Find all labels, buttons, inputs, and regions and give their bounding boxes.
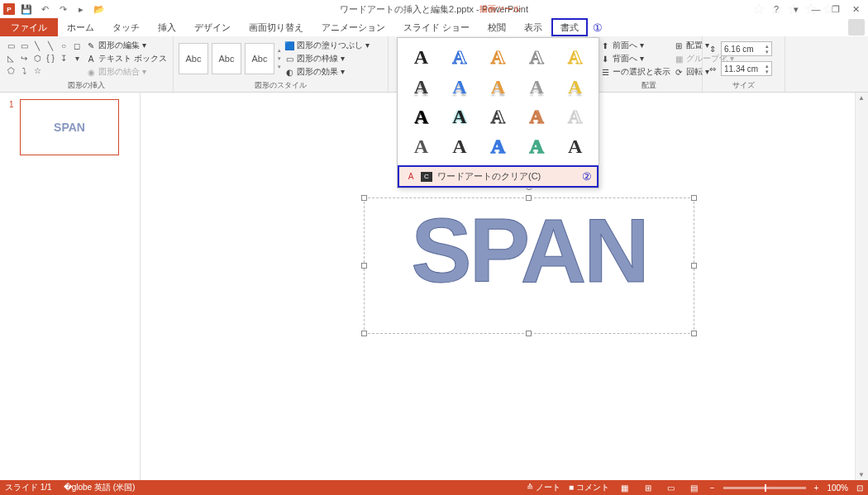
wordart-text[interactable]: SPAN bbox=[365, 198, 694, 296]
shape-effects-button[interactable]: ◐図形の効果 ▾ bbox=[284, 66, 370, 78]
account-avatar[interactable] bbox=[848, 19, 865, 36]
status-bar: スライド 1/1 �globe 英語 (米国) ≙ ノート ■ コメント ▦ ⊞… bbox=[0, 480, 868, 495]
ribbon-tabs: ファイル ホーム タッチ 挿入 デザイン 画面切り替え アニメーション スライド… bbox=[0, 18, 868, 36]
height-input[interactable]: 6.16 cm▴▾ bbox=[721, 41, 772, 56]
shape-outline-button[interactable]: ▭図形の枠線 ▾ bbox=[284, 53, 370, 64]
tab-format[interactable]: 書式 bbox=[551, 18, 588, 36]
zoom-out-button[interactable]: − bbox=[710, 483, 715, 493]
tab-animations[interactable]: アニメーション bbox=[312, 18, 394, 36]
resize-handle-bl[interactable] bbox=[361, 331, 367, 336]
zoom-in-button[interactable]: + bbox=[814, 483, 819, 493]
comments-button[interactable]: ■ コメント bbox=[569, 482, 609, 493]
wordart-style-4[interactable]: A bbox=[522, 45, 552, 69]
slide-number: 1 bbox=[9, 100, 14, 109]
wordart-style-9[interactable]: A bbox=[522, 74, 552, 99]
window-controls: ? ▾ — ❐ ✕ bbox=[767, 2, 865, 17]
wordart-style-10[interactable]: A bbox=[560, 74, 590, 99]
slide-thumbnail-panel[interactable]: 1 SPAN bbox=[0, 93, 141, 480]
tab-touch[interactable]: タッチ bbox=[103, 18, 149, 36]
clear-wordart-item[interactable]: A C ワードアートのクリア(C) ② bbox=[398, 165, 599, 188]
tab-insert[interactable]: 挿入 bbox=[149, 18, 185, 36]
wordart-style-1[interactable]: A bbox=[406, 45, 436, 69]
height-icon: ⇕ bbox=[708, 44, 718, 54]
qat-start-button[interactable]: ▸ bbox=[74, 2, 88, 16]
qat-redo-button[interactable]: ↷ bbox=[56, 2, 69, 16]
shape-gallery[interactable]: ▭▭╲╲○◻ ◺↪⬡{ }↧▾ ⬠⤵☆ bbox=[5, 41, 83, 77]
sorter-view-button[interactable]: ⊞ bbox=[641, 482, 656, 493]
tab-review[interactable]: 校閲 bbox=[479, 18, 515, 36]
zoom-level[interactable]: 100% bbox=[827, 483, 848, 493]
slideshow-view-button[interactable]: ▤ bbox=[687, 482, 702, 493]
wordart-style-20[interactable]: A bbox=[560, 134, 590, 159]
edit-shape-button[interactable]: ✎図形の編集 ▾ bbox=[86, 40, 167, 51]
wordart-textbox[interactable]: SPAN bbox=[364, 198, 694, 334]
quick-access-toolbar: P 💾 ↶ ↷ ▸ 📂 bbox=[0, 2, 106, 16]
group-shape-styles: Abc Abc Abc ▴▾▾ 🟦図形の塗りつぶし ▾ ▭図形の枠線 ▾ ◐図形… bbox=[174, 36, 389, 92]
minimize-button[interactable]: — bbox=[807, 2, 825, 17]
resize-handle-t[interactable] bbox=[526, 195, 532, 201]
reading-view-button[interactable]: ▭ bbox=[664, 482, 679, 493]
shape-style-sample-2[interactable]: Abc bbox=[212, 43, 241, 74]
textbox-button[interactable]: Aテキスト ボックス bbox=[86, 53, 167, 64]
wordart-style-13[interactable]: A bbox=[483, 104, 513, 129]
group-arrange: ⬆前面へ ▾ ⬇背面へ ▾ ☰ーの選択と表示 ⊞配置 ▾ ▦グループ化 ▾ ⟳回… bbox=[595, 36, 703, 92]
wordart-style-14[interactable]: A bbox=[522, 104, 552, 129]
thumbnail-wordart-text: SPAN bbox=[54, 121, 85, 134]
resize-handle-tr[interactable] bbox=[691, 195, 697, 201]
restore-button[interactable]: ❐ bbox=[827, 2, 845, 17]
resize-handle-l[interactable] bbox=[361, 263, 367, 269]
tab-slideshow[interactable]: スライド ショー bbox=[394, 18, 479, 36]
contextual-tab-label: 描画ツール bbox=[479, 3, 521, 15]
tab-transitions[interactable]: 画面切り替え bbox=[240, 18, 312, 36]
qat-folder-button[interactable]: 📂 bbox=[93, 2, 106, 16]
close-button[interactable]: ✕ bbox=[847, 2, 865, 17]
wordart-style-19[interactable]: A bbox=[522, 134, 552, 159]
wordart-style-16[interactable]: A bbox=[406, 134, 436, 159]
normal-view-button[interactable]: ▦ bbox=[618, 482, 632, 493]
resize-handle-br[interactable] bbox=[691, 331, 697, 336]
wordart-style-2[interactable]: A bbox=[445, 45, 475, 69]
qat-save-button[interactable]: 💾 bbox=[20, 2, 33, 16]
app-icon: P bbox=[3, 3, 15, 15]
tab-file[interactable]: ファイル bbox=[0, 18, 58, 36]
tab-design[interactable]: デザイン bbox=[185, 18, 240, 36]
merge-shapes-button[interactable]: ◉図形の結合 ▾ bbox=[86, 66, 167, 78]
fit-to-window-button[interactable]: ⊡ bbox=[856, 483, 863, 493]
ribbon-options-button[interactable]: ▾ bbox=[787, 2, 805, 17]
wordart-style-8[interactable]: A bbox=[483, 74, 513, 99]
width-icon: ⇔ bbox=[708, 64, 718, 74]
group-label-arrange: 配置 bbox=[600, 79, 697, 91]
selection-pane-button[interactable]: ☰ーの選択と表示 bbox=[600, 66, 670, 78]
wordart-style-18[interactable]: A bbox=[483, 134, 513, 159]
wordart-style-15[interactable]: A bbox=[560, 104, 590, 129]
tab-view[interactable]: 表示 bbox=[515, 18, 551, 36]
wordart-style-11[interactable]: A bbox=[406, 104, 436, 129]
resize-handle-r[interactable] bbox=[691, 263, 697, 269]
shape-style-sample-1[interactable]: Abc bbox=[179, 43, 208, 74]
width-input[interactable]: 11.34 cm▴▾ bbox=[721, 61, 772, 76]
wordart-style-3[interactable]: A bbox=[483, 45, 513, 69]
shape-fill-button[interactable]: 🟦図形の塗りつぶし ▾ bbox=[284, 40, 370, 51]
group-label-insert-shapes: 図形の挿入 bbox=[5, 79, 168, 91]
help-button[interactable]: ? bbox=[767, 2, 785, 17]
bring-forward-button[interactable]: ⬆前面へ ▾ bbox=[600, 40, 670, 51]
tab-home[interactable]: ホーム bbox=[58, 18, 103, 36]
vertical-scrollbar[interactable] bbox=[855, 93, 868, 480]
wordart-style-17[interactable]: A bbox=[445, 134, 475, 159]
wordart-style-6[interactable]: A bbox=[406, 74, 436, 99]
wordart-style-7[interactable]: A bbox=[445, 74, 475, 99]
status-language[interactable]: �globe 英語 (米国) bbox=[64, 482, 136, 493]
send-backward-button[interactable]: ⬇背面へ ▾ bbox=[600, 53, 670, 64]
zoom-slider[interactable] bbox=[723, 487, 806, 489]
group-insert-shapes: ▭▭╲╲○◻ ◺↪⬡{ }↧▾ ⬠⤵☆ ✎図形の編集 ▾ Aテキスト ボックス … bbox=[0, 36, 174, 92]
shape-style-sample-3[interactable]: Abc bbox=[245, 43, 274, 74]
wordart-style-12[interactable]: A bbox=[445, 104, 475, 129]
slide-thumbnail-1[interactable]: 1 SPAN bbox=[20, 99, 119, 155]
notes-button[interactable]: ≙ ノート bbox=[527, 482, 560, 493]
resize-handle-tl[interactable] bbox=[361, 195, 367, 201]
title-bar: P 💾 ↶ ↷ ▸ 📂 ワードアートの挿入と編集2.pptx - PowerPo… bbox=[0, 0, 868, 18]
resize-handle-b[interactable] bbox=[526, 331, 532, 336]
wordart-style-5[interactable]: A bbox=[560, 45, 590, 69]
qat-undo-button[interactable]: ↶ bbox=[38, 2, 51, 16]
annotation-callout-2: ② bbox=[582, 170, 592, 183]
